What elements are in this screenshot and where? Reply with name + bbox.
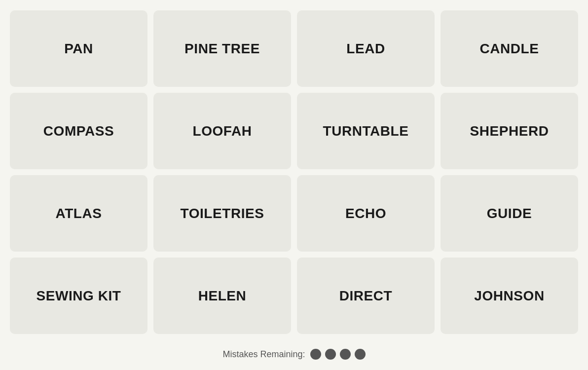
cell-label-direct: DIRECT	[334, 283, 398, 309]
grid-cell-helen[interactable]: HELEN	[153, 258, 291, 334]
cell-label-candle: CANDLE	[475, 36, 544, 62]
cell-label-compass: COMPASS	[38, 118, 119, 144]
cell-label-echo: ECHO	[340, 201, 391, 226]
cell-label-pan: PAN	[59, 36, 98, 62]
cell-label-shepherd: SHEPHERD	[465, 118, 553, 144]
grid-cell-lead[interactable]: LEAD	[297, 10, 435, 87]
grid-cell-shepherd[interactable]: SHEPHERD	[441, 93, 578, 169]
grid-cell-echo[interactable]: ECHO	[297, 175, 435, 252]
grid-cell-pan[interactable]: PAN	[10, 10, 147, 87]
mistake-dot-3	[340, 349, 351, 360]
grid-cell-candle[interactable]: CANDLE	[441, 10, 578, 87]
mistake-dot-2	[325, 349, 336, 360]
mistakes-label: Mistakes Remaining:	[222, 349, 305, 360]
cell-label-atlas: ATLAS	[50, 201, 107, 226]
cell-label-helen: HELEN	[193, 283, 252, 309]
cell-label-pine-tree: PINE TREE	[180, 36, 265, 62]
grid-cell-turntable[interactable]: TURNTABLE	[297, 93, 435, 169]
cell-label-turntable: TURNTABLE	[318, 118, 413, 144]
mistake-dot-1	[310, 349, 321, 360]
grid-cell-toiletries[interactable]: TOILETRIES	[153, 175, 291, 252]
word-grid: PANPINE TREELEADCANDLECOMPASSLOOFAHTURNT…	[0, 0, 588, 344]
cell-label-guide: GUIDE	[482, 201, 537, 226]
cell-label-johnson: JOHNSON	[469, 283, 549, 309]
grid-cell-pine-tree[interactable]: PINE TREE	[153, 10, 291, 87]
cell-label-lead: LEAD	[341, 36, 390, 62]
cell-label-sewing-kit: SEWING KIT	[31, 283, 126, 309]
mistakes-dots	[310, 349, 366, 360]
grid-cell-atlas[interactable]: ATLAS	[10, 175, 147, 252]
grid-cell-johnson[interactable]: JOHNSON	[441, 258, 578, 334]
grid-cell-guide[interactable]: GUIDE	[441, 175, 578, 252]
mistakes-footer: Mistakes Remaining:	[222, 349, 365, 370]
mistake-dot-4	[355, 349, 366, 360]
cell-label-loofah: LOOFAH	[187, 118, 257, 144]
grid-cell-direct[interactable]: DIRECT	[297, 258, 435, 334]
cell-label-toiletries: TOILETRIES	[176, 201, 269, 226]
grid-cell-loofah[interactable]: LOOFAH	[153, 93, 291, 169]
grid-cell-compass[interactable]: COMPASS	[10, 93, 147, 169]
grid-cell-sewing-kit[interactable]: SEWING KIT	[10, 258, 147, 334]
